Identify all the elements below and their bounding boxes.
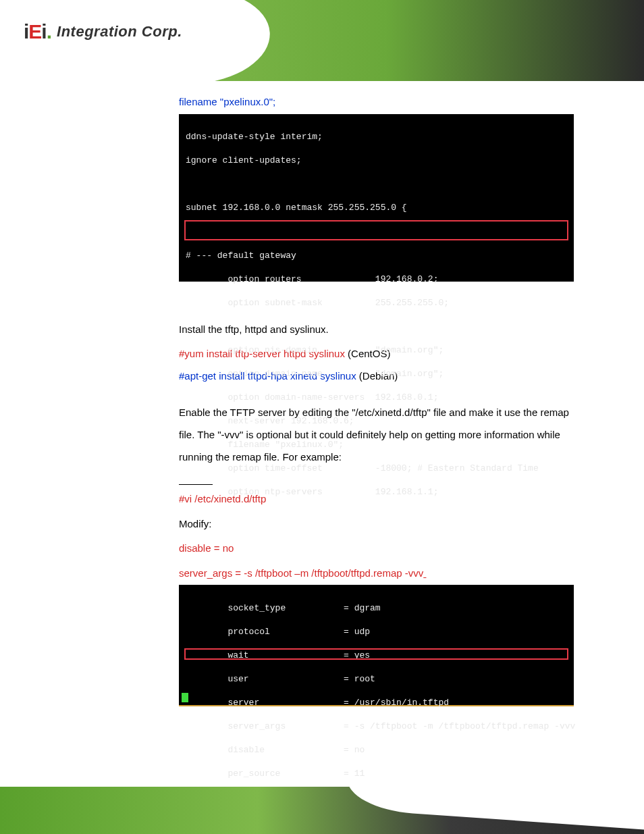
terminal-xinetd-tftp: socket_type = dgram protocol = udp wait … <box>179 585 574 706</box>
terminal2-line: protocol = udp <box>186 627 370 637</box>
terminal1-line: option nis-domain "domain.org"; <box>186 345 444 355</box>
document-body: filename "pxelinux.0"; ddns-update-style… <box>0 81 644 720</box>
terminal1-line: option domain-name-servers 192.168.0.1; <box>186 392 438 402</box>
para-install: Install the tftp, httpd and syslinux. <box>179 322 576 338</box>
terminal1-line: option routers 192.168.0.2; <box>186 274 438 284</box>
terminal1-line: next-server 192.168.0.6; <box>186 416 354 426</box>
terminal2-line: server = /usr/sbin/in.tftpd <box>186 698 449 708</box>
terminal2-line: disable = no <box>186 745 365 755</box>
terminal1-line: ddns-update-style interim; <box>186 132 323 142</box>
terminal1-line: option domain-name "domain.org"; <box>186 369 444 379</box>
logo-brand: iEi. <box>24 20 51 43</box>
terminal1-line: ignore client-updates; <box>186 155 302 165</box>
cfg-disable: disable = no <box>179 541 576 556</box>
logo-tagline: Integration Corp. <box>57 23 182 41</box>
terminal2-line: socket_type = dgram <box>186 603 381 613</box>
terminal1-line: filename "pxelinux.0"; <box>186 440 344 450</box>
terminal1-line: option ntp-servers 192.168.1.1; <box>186 487 438 497</box>
header-banner: iEi. Integration Corp. <box>0 0 644 81</box>
divider <box>179 484 213 485</box>
filename-directive: filename "pxelinux.0"; <box>179 95 576 110</box>
cfg-server-args-text: server_args = -s /tftpboot –m /tftpboot/… <box>179 567 423 579</box>
terminal1-line: option time-offset -18000; # Eastern Sta… <box>186 463 539 473</box>
terminal-cursor <box>182 693 188 702</box>
terminal2-line: user = root <box>186 674 375 684</box>
terminal1-line: # --- default gateway <box>186 251 296 261</box>
para-enable: Enable the TFTP server by editing the "/… <box>179 401 576 468</box>
footer-swoop <box>345 787 644 832</box>
highlight-box-1 <box>184 220 568 240</box>
terminal2-line: server_args = -s /tftpboot -m /tftpboot/… <box>186 721 575 731</box>
logo: iEi. Integration Corp. <box>24 20 182 43</box>
footer-banner <box>0 787 644 834</box>
label-modify: Modify: <box>179 517 576 532</box>
terminal1-line: subnet 192.168.0.0 netmask 255.255.255.0… <box>186 203 407 213</box>
terminal1-line: option subnet-mask 255.255.255.0; <box>186 298 449 308</box>
terminal2-line: per_source = 11 <box>186 768 365 779</box>
terminal-dhcpd-conf: ddns-update-style interim; ignore client… <box>179 114 574 282</box>
terminal2-line: wait = yes <box>186 650 370 660</box>
cfg-server-args: server_args = -s /tftpboot –m /tftpboot/… <box>179 566 576 581</box>
cursor-underscore <box>423 567 426 579</box>
